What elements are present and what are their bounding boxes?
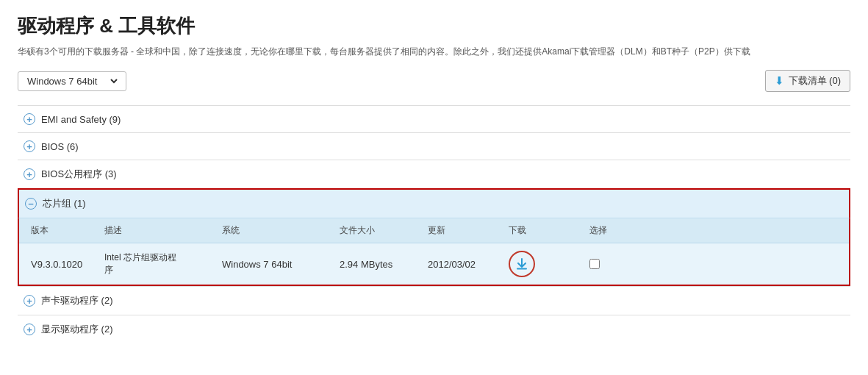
col-size: 文件大小	[337, 223, 425, 238]
col-select: 选择	[587, 223, 660, 238]
toggle-icon-vga: +	[24, 324, 35, 335]
category-header-emi[interactable]: + EMI and Safety (9)	[18, 106, 850, 132]
toggle-icon-emi: +	[24, 113, 35, 125]
col-description: 描述	[101, 223, 219, 238]
category-header-bios[interactable]: + BIOS (6)	[18, 132, 850, 160]
category-header-bios-utility[interactable]: + BIOS公用程序 (3)	[18, 160, 850, 188]
table-row: V9.3.0.1020 Intel 芯片组驱动程序 Windows 7 64bi…	[19, 243, 849, 285]
category-header-vga[interactable]: + 显示驱动程序 (2)	[18, 315, 850, 343]
toggle-icon-audio: +	[24, 295, 35, 307]
cell-size: 2.94 MBytes	[337, 257, 425, 271]
category-section-chipset: − 芯片组 (1) 版本 描述 系统 文件大小 更新 下载 选择 V9.3.0.…	[18, 188, 850, 286]
category-content-chipset: 版本 描述 系统 文件大小 更新 下载 选择 V9.3.0.1020 Intel…	[18, 218, 850, 286]
category-label-audio: 声卡驱动程序 (2)	[41, 294, 113, 307]
table-header: 版本 描述 系统 文件大小 更新 下载 选择	[19, 218, 849, 243]
toggle-icon-chipset: −	[25, 198, 37, 210]
download-arrow-icon	[515, 257, 528, 271]
page-subtitle: 华硕有3个可用的下载服务器 - 全球和中国，除了连接速度，无论你在哪里下载，每台…	[18, 45, 850, 58]
cell-select	[587, 257, 660, 271]
category-label-bios: BIOS (6)	[41, 141, 79, 152]
cell-system: Windows 7 64bit	[219, 257, 337, 271]
cell-updated: 2012/03/02	[425, 257, 506, 271]
toggle-icon-bios-utility: +	[24, 168, 35, 180]
category-label-emi: EMI and Safety (9)	[41, 114, 121, 125]
category-label-bios-utility: BIOS公用程序 (3)	[41, 168, 117, 181]
col-download: 下载	[506, 223, 587, 238]
os-select-input[interactable]: Windows 7 64bit	[24, 75, 120, 88]
download-button[interactable]	[509, 251, 535, 277]
toggle-icon-bios: +	[24, 140, 35, 152]
category-label-vga: 显示驱动程序 (2)	[41, 323, 113, 336]
toolbar: Windows 7 64bit ⬇ 下载清单 (0)	[18, 70, 850, 92]
download-list-label: 下载清单 (0)	[789, 74, 842, 88]
os-selector[interactable]: Windows 7 64bit	[18, 71, 126, 91]
category-header-chipset[interactable]: − 芯片组 (1)	[18, 190, 850, 218]
download-list-button[interactable]: ⬇ 下载清单 (0)	[765, 70, 851, 92]
col-system: 系统	[219, 223, 337, 238]
cell-version: V9.3.0.1020	[28, 257, 101, 271]
cell-download	[506, 249, 587, 279]
category-list: + EMI and Safety (9) + BIOS (6) + BIOS公用…	[18, 105, 850, 343]
download-list-icon: ⬇	[775, 74, 784, 88]
col-version: 版本	[28, 223, 101, 238]
category-header-audio[interactable]: + 声卡驱动程序 (2)	[18, 286, 850, 315]
cell-description: Intel 芯片组驱动程序	[101, 250, 219, 278]
page-container: 驱动程序 & 工具软件 华硕有3个可用的下载服务器 - 全球和中国，除了连接速度…	[0, 0, 868, 351]
col-updated: 更新	[425, 223, 506, 238]
page-title: 驱动程序 & 工具软件	[18, 13, 850, 39]
row-checkbox[interactable]	[589, 259, 600, 269]
category-label-chipset: 芯片组 (1)	[43, 197, 86, 210]
